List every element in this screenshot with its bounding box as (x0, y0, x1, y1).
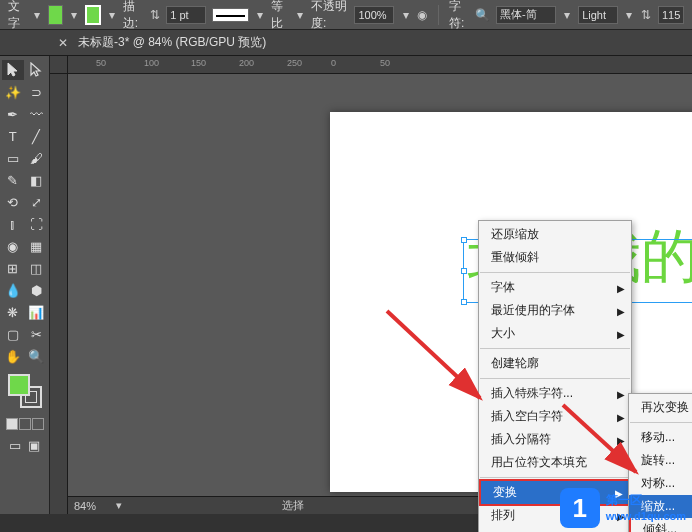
resize-handle[interactable] (461, 237, 467, 243)
chevron-down-icon[interactable]: ▾ (107, 8, 117, 22)
menu-separator (480, 378, 630, 379)
menu-item[interactable]: 插入空白字符▶ (479, 405, 631, 428)
shape-builder-tool[interactable]: ◉ (2, 236, 24, 256)
fill-stroke-indicator[interactable] (8, 374, 42, 408)
watermark-text: 第一区 www.d1qu.com (606, 493, 686, 523)
screen-mode-row: ▭ ▣ (2, 438, 47, 452)
document-tab-bar: ✕ 未标题-3* @ 84% (RGB/GPU 预览) (0, 30, 692, 56)
menu-item[interactable]: 字体▶ (479, 276, 631, 299)
symbol-tool[interactable]: ❋ (2, 302, 24, 322)
stroke-width-input[interactable] (166, 6, 206, 24)
submenu-arrow-icon: ▶ (617, 434, 625, 445)
stroke-color-swatch[interactable] (85, 5, 101, 25)
horizontal-ruler[interactable]: 50 100 150 200 250 0 50 (68, 56, 692, 74)
menu-item[interactable]: 旋转... (629, 449, 692, 472)
stroke-style-preview[interactable] (212, 8, 249, 22)
status-mode: 选择 (282, 498, 304, 513)
chevron-updown-icon[interactable]: ⇅ (149, 7, 161, 23)
submenu-arrow-icon: ▶ (617, 388, 625, 399)
chevron-down-icon[interactable]: ▾ (31, 8, 41, 22)
perspective-tool[interactable]: ▦ (26, 236, 48, 256)
mesh-tool[interactable]: ⊞ (2, 258, 24, 278)
chevron-down-icon[interactable]: ▾ (400, 8, 410, 22)
menu-separator (480, 272, 630, 273)
opacity-label: 不透明度: (311, 0, 348, 32)
pen-tool[interactable]: ✒ (2, 104, 24, 124)
font-size-input[interactable] (658, 6, 684, 24)
zoom-level[interactable]: 84% (74, 500, 96, 512)
magic-wand-tool[interactable]: ✨ (2, 82, 24, 102)
options-bar: 文字 ▾ ▾ ▾ 描边: ⇅ ▾ 等比 ▾ 不透明度: ▾ ◉ 字符: 🔍 ▾ … (0, 0, 692, 30)
opacity-input[interactable] (354, 6, 394, 24)
search-icon[interactable]: 🔍 (475, 7, 490, 23)
chevron-down-icon[interactable]: ▾ (295, 8, 305, 22)
ruler-tick: 150 (191, 58, 206, 68)
line-tool[interactable]: ╱ (26, 126, 48, 146)
menu-item[interactable]: 移动... (629, 426, 692, 449)
menu-item[interactable]: 重做倾斜 (479, 246, 631, 269)
ruler-tick: 0 (331, 58, 336, 68)
draw-normal[interactable] (6, 418, 18, 430)
char-label: 字符: (449, 0, 469, 32)
curvature-tool[interactable]: 〰 (26, 104, 48, 124)
graph-tool[interactable]: 📊 (26, 302, 48, 322)
scale-tool[interactable]: ⤢ (26, 192, 48, 212)
hand-tool[interactable]: ✋ (2, 346, 24, 366)
chevron-down-icon[interactable]: ▾ (255, 8, 265, 22)
font-family-input[interactable] (496, 6, 556, 24)
menu-item[interactable]: 还原缩放 (479, 223, 631, 246)
type-tool[interactable]: T (2, 126, 24, 146)
slice-tool[interactable]: ✂ (26, 324, 48, 344)
submenu-arrow-icon: ▶ (617, 411, 625, 422)
submenu-arrow-icon: ▶ (617, 305, 625, 316)
lasso-tool[interactable]: ⊃ (26, 82, 48, 102)
artboard-tool[interactable]: ▢ (2, 324, 24, 344)
menu-item[interactable]: 用占位符文本填充 (479, 451, 631, 474)
gradient-tool[interactable]: ◫ (26, 258, 48, 278)
chevron-down-icon[interactable]: ▾ (112, 499, 126, 513)
zoom-tool[interactable]: 🔍 (26, 346, 48, 366)
chevron-down-icon[interactable]: ▾ (624, 8, 634, 22)
fill-color-swatch[interactable] (48, 5, 63, 25)
rectangle-tool[interactable]: ▭ (2, 148, 24, 168)
eraser-tool[interactable]: ◧ (26, 170, 48, 190)
ruler-origin[interactable] (50, 56, 68, 74)
watermark-cn: 第一区 (606, 493, 686, 509)
menu-item[interactable]: 插入特殊字符...▶ (479, 382, 631, 405)
selection-tool[interactable] (2, 60, 24, 80)
draw-inside[interactable] (32, 418, 44, 430)
vertical-ruler[interactable] (50, 74, 68, 514)
direct-selection-tool[interactable] (26, 60, 48, 80)
menu-separator (480, 477, 630, 478)
chevron-down-icon[interactable]: ▾ (562, 8, 572, 22)
menu-item[interactable]: 创建轮廓 (479, 352, 631, 375)
mode-label: 文字 (8, 0, 25, 32)
draw-behind[interactable] (19, 418, 31, 430)
resize-handle[interactable] (461, 299, 467, 305)
menu-item[interactable]: 大小▶ (479, 322, 631, 345)
dash-label: 等比 (271, 0, 288, 32)
chevron-down-icon[interactable]: ▾ (69, 8, 79, 22)
resize-handle[interactable] (461, 268, 467, 274)
menu-item[interactable]: 插入分隔符▶ (479, 428, 631, 451)
blend-tool[interactable]: ⬢ (26, 280, 48, 300)
style-icon[interactable]: ◉ (417, 7, 429, 23)
close-icon[interactable]: ✕ (56, 36, 70, 50)
draw-mode-row (2, 418, 47, 430)
eyedropper-tool[interactable]: 💧 (2, 280, 24, 300)
font-weight-input[interactable] (578, 6, 618, 24)
width-tool[interactable]: ⫿ (2, 214, 24, 234)
document-tab-title[interactable]: 未标题-3* @ 84% (RGB/GPU 预览) (78, 34, 266, 51)
menu-item[interactable]: 最近使用的字体▶ (479, 299, 631, 322)
rotate-tool[interactable]: ⟲ (2, 192, 24, 212)
screen-mode-icon[interactable]: ▣ (26, 438, 42, 452)
ruler-tick: 250 (287, 58, 302, 68)
chevron-updown-icon[interactable]: ⇅ (640, 7, 652, 23)
free-transform-tool[interactable]: ⛶ (26, 214, 48, 234)
paintbrush-tool[interactable]: 🖌 (26, 148, 48, 168)
shaper-tool[interactable]: ✎ (2, 170, 24, 190)
fill-indicator[interactable] (8, 374, 30, 396)
screen-mode-icon[interactable]: ▭ (7, 438, 23, 452)
separator (438, 5, 439, 25)
menu-item[interactable]: 再次变换 (629, 396, 692, 419)
